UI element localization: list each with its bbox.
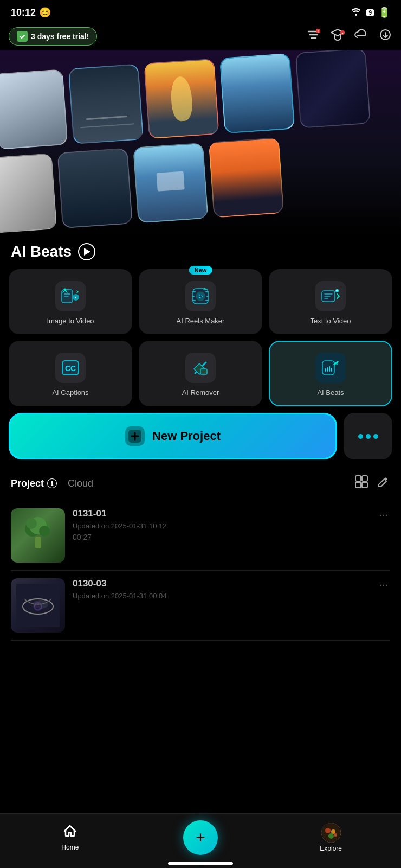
new-badge: New xyxy=(189,266,212,275)
battery-badge: 9 xyxy=(366,9,374,16)
edit-icon[interactable] xyxy=(376,475,390,492)
home-icon xyxy=(63,824,77,841)
project-more-1[interactable]: ··· xyxy=(377,508,390,521)
svg-text:CC: CC xyxy=(65,364,76,373)
new-project-label: New Project xyxy=(152,429,221,443)
bottom-indicator xyxy=(168,862,233,865)
project-tabs: Project ℹ Cloud xyxy=(11,475,390,492)
text-to-video-icon xyxy=(321,286,340,306)
play-triangle-icon xyxy=(84,248,90,256)
home-label: Home xyxy=(61,844,79,851)
ai-captions-icon: CC xyxy=(61,358,80,378)
broccoli-icon xyxy=(16,514,60,557)
thumb-6 xyxy=(0,153,57,234)
eye-icon xyxy=(16,584,60,627)
text-to-video-label: Text to Video xyxy=(311,317,351,325)
trial-label: 3 days free trial! xyxy=(31,32,89,41)
tab-project-label: Project xyxy=(11,478,44,489)
svg-point-40 xyxy=(325,828,331,833)
ai-beats-icon-wrap xyxy=(315,353,346,383)
hero-area xyxy=(0,50,401,234)
tool-text-to-video[interactable]: Text to Video xyxy=(269,269,392,334)
thumb-1 xyxy=(0,69,68,150)
project-info-icon: ℹ xyxy=(47,478,57,488)
grid-view-icon[interactable] xyxy=(354,475,368,492)
dot-3 xyxy=(373,434,378,439)
section-header: AI Beats xyxy=(0,234,401,267)
svg-rect-20 xyxy=(200,369,207,374)
project-name-2: 0130-03 xyxy=(73,578,369,589)
filter-icon[interactable]: ! xyxy=(307,29,321,44)
project-item-2: 0130-03 Updated on 2025-01-31 00:04 ··· xyxy=(11,571,390,641)
nav-explore[interactable]: Explore xyxy=(304,823,358,852)
thumbnail-row-2 xyxy=(0,137,289,234)
tool-image-to-video[interactable]: Image to Video xyxy=(9,269,132,334)
thumbnail-row-1 xyxy=(0,50,376,150)
status-time: 10:12 😊 xyxy=(11,7,51,18)
svg-point-15 xyxy=(199,295,202,297)
ai-remover-icon-wrap xyxy=(185,353,216,383)
section-title: AI Beats xyxy=(11,243,72,260)
tool-ai-beats[interactable]: AI Beats xyxy=(269,341,392,406)
project-info-1: 0131-01 Updated on 2025-01-31 10:12 00:2… xyxy=(73,508,369,541)
svg-rect-32 xyxy=(35,537,41,548)
new-project-row: New Project xyxy=(0,413,401,468)
svg-rect-23 xyxy=(355,476,361,481)
svg-rect-26 xyxy=(362,482,367,488)
tab-project[interactable]: Project ℹ xyxy=(11,478,57,489)
svg-point-12 xyxy=(64,288,67,291)
project-thumb-2 xyxy=(11,578,65,633)
svg-point-43 xyxy=(334,833,337,837)
tab-cloud[interactable]: Cloud xyxy=(68,478,93,489)
status-emoji: 😊 xyxy=(39,7,51,18)
thumb-2 xyxy=(68,63,144,144)
svg-text:●: ● xyxy=(341,31,344,35)
education-icon[interactable]: ● xyxy=(331,28,345,44)
nav-create-button[interactable]: + xyxy=(183,820,218,855)
more-dots xyxy=(358,434,378,439)
ai-reels-icon-wrap xyxy=(185,281,216,311)
tool-ai-remover[interactable]: AI Remover xyxy=(139,341,262,406)
svg-point-39 xyxy=(322,824,340,841)
tool-ai-reels-maker[interactable]: New AI Reels Maker xyxy=(139,269,262,334)
dot-2 xyxy=(366,434,371,439)
ai-reels-label: AI Reels Maker xyxy=(177,317,225,325)
status-bar: 10:12 😊 9 🔋 xyxy=(0,0,401,23)
ai-captions-icon-wrap: CC xyxy=(55,353,86,383)
thumb-3 xyxy=(144,59,219,139)
thumb-9 xyxy=(209,137,284,218)
thumb-4 xyxy=(219,53,295,134)
thumb-8 xyxy=(133,143,208,224)
ai-reels-icon xyxy=(191,286,210,306)
more-button[interactable] xyxy=(344,413,392,459)
svg-point-41 xyxy=(331,829,335,834)
tab-cloud-label: Cloud xyxy=(68,478,93,489)
eye-thumbnail xyxy=(11,578,65,633)
play-button[interactable] xyxy=(78,243,95,260)
nav-home[interactable]: Home xyxy=(43,824,97,851)
text-to-video-icon-wrap xyxy=(315,281,346,311)
trial-banner: 3 days free trial! ! ● xyxy=(0,23,401,50)
new-project-plus-icon xyxy=(125,426,145,446)
time-display: 10:12 xyxy=(11,7,36,18)
tools-grid: Image to Video New AI Reels Maker xyxy=(0,267,401,413)
status-right-icons: 9 🔋 xyxy=(350,7,390,18)
header-icons: ! ● xyxy=(307,28,392,44)
svg-point-31 xyxy=(39,526,50,537)
svg-text:!: ! xyxy=(318,30,319,33)
new-project-button[interactable]: New Project xyxy=(9,413,337,459)
tool-ai-captions[interactable]: CC AI Captions xyxy=(9,341,132,406)
ai-remover-label: AI Remover xyxy=(182,388,219,397)
project-date-2: Updated on 2025-01-31 00:04 xyxy=(73,592,369,600)
bottom-nav: Home + Explore xyxy=(0,813,401,868)
project-date-1: Updated on 2025-01-31 10:12 xyxy=(73,522,369,530)
thumb-5 xyxy=(295,50,371,129)
project-actions xyxy=(354,475,390,492)
svg-point-30 xyxy=(26,518,37,529)
download-icon[interactable] xyxy=(378,29,392,44)
trial-button[interactable]: 3 days free trial! xyxy=(9,27,97,46)
cloud-upload-icon[interactable] xyxy=(354,29,368,44)
project-more-2[interactable]: ··· xyxy=(377,578,390,591)
dot-1 xyxy=(358,434,363,439)
image-to-video-icon xyxy=(61,286,80,306)
